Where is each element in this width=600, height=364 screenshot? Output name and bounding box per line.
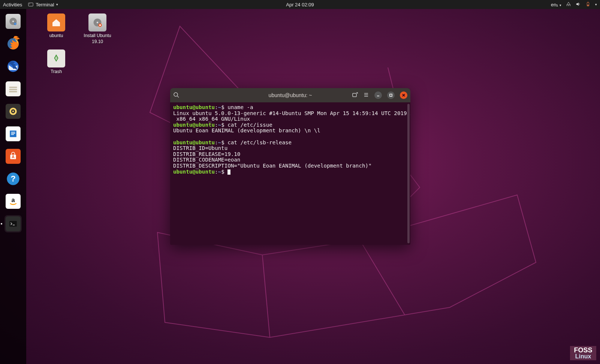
svg-rect-29 <box>390 94 392 96</box>
svg-rect-21 <box>9 221 17 226</box>
svg-rect-15 <box>10 130 16 137</box>
dock-item-software[interactable]: A <box>4 148 22 165</box>
terminal-icon <box>6 216 21 231</box>
close-button[interactable] <box>400 91 407 99</box>
terminal-cursor <box>227 169 230 175</box>
desktop-icon-label: Trash <box>37 69 75 75</box>
desktop-icon-label: Install Ubuntu 19.10 <box>79 33 116 45</box>
desktop-icon-home[interactable]: ubuntu <box>37 13 75 39</box>
svg-point-27 <box>174 93 178 96</box>
dock-item-rhythmbox[interactable] <box>4 103 22 120</box>
disks-icon <box>6 14 21 29</box>
watermark: FOSS Linux <box>570 346 596 360</box>
terminal-output: DISTRIB_DESCRIPTION="Ubuntu Eoan EANIMAL… <box>173 163 372 169</box>
hamburger-menu-icon[interactable] <box>363 92 369 99</box>
installer-icon <box>88 13 106 31</box>
ubuntu-software-icon: A <box>6 149 21 164</box>
svg-point-5 <box>12 21 14 22</box>
svg-point-23 <box>97 22 99 24</box>
terminal-output: Ubuntu Eoan EANIMAL (development branch)… <box>173 127 320 133</box>
svg-rect-3 <box>588 1 588 2</box>
svg-point-25 <box>99 24 101 26</box>
dock-item-writer[interactable] <box>4 125 22 142</box>
dock-item-amazon[interactable]: a <box>4 193 22 210</box>
home-folder-icon <box>47 13 65 31</box>
svg-text:a: a <box>11 196 15 203</box>
watermark-line1: FOSS <box>572 347 595 354</box>
svg-point-26 <box>56 58 57 58</box>
network-icon[interactable] <box>566 1 571 8</box>
top-panel: Activities Terminal ▾ Apr 24 02:09 en₁ ▾… <box>0 0 600 9</box>
dock: A ? a <box>0 9 26 364</box>
activities-button[interactable]: Activities <box>3 2 22 7</box>
clock[interactable]: Apr 24 02:09 <box>286 2 314 7</box>
svg-rect-11 <box>9 91 17 93</box>
dock-item-help[interactable]: ? <box>4 170 22 187</box>
terminal-command: cat /etc/issue <box>227 122 272 128</box>
dock-item-firefox[interactable] <box>4 35 22 52</box>
terminal-command: uname -a <box>227 104 253 110</box>
minimize-button[interactable] <box>374 91 382 99</box>
amazon-icon: a <box>6 194 21 209</box>
watermark-line2: Linux <box>572 354 595 360</box>
terminal-window: ubuntu@ubuntu: ~ ubuntu@ubuntu:~$ uname … <box>170 88 410 245</box>
battery-icon[interactable] <box>585 1 591 8</box>
svg-rect-9 <box>9 87 17 88</box>
app-menu[interactable]: Terminal ▾ <box>28 2 58 7</box>
svg-text:A: A <box>12 154 15 159</box>
firefox-icon <box>6 36 21 51</box>
window-title: ubuntu@ubuntu: ~ <box>269 92 312 98</box>
desktop-icon-label: ubuntu <box>37 33 75 39</box>
svg-point-14 <box>12 111 14 112</box>
libreoffice-writer-icon <box>6 126 21 141</box>
svg-rect-28 <box>353 93 356 97</box>
system-menu-chevron-icon[interactable]: ▾ <box>595 3 597 6</box>
app-menu-label: Terminal <box>36 2 54 7</box>
dock-item-disks[interactable] <box>4 13 22 30</box>
svg-rect-0 <box>28 3 33 6</box>
dock-item-terminal[interactable] <box>4 215 22 232</box>
scrollbar[interactable] <box>407 104 410 243</box>
new-tab-icon[interactable] <box>352 92 358 99</box>
input-source-indicator[interactable]: en₁ ▾ <box>551 2 561 7</box>
terminal-output: Linux ubuntu 5.0.0-13-generic #14-Ubuntu… <box>173 110 410 116</box>
svg-text:?: ? <box>10 174 15 183</box>
svg-rect-10 <box>9 89 17 90</box>
volume-icon[interactable] <box>576 1 581 8</box>
terminal-command: cat /etc/lsb-release <box>227 139 292 145</box>
desktop[interactable]: ubuntu Install Ubuntu 19.10 Trash ubuntu… <box>26 9 600 364</box>
desktop-icon-trash[interactable]: Trash <box>37 49 75 75</box>
terminal-output: DISTRIB_ID=Ubuntu <box>173 145 227 151</box>
maximize-button[interactable] <box>387 91 395 99</box>
rhythmbox-icon <box>6 104 21 119</box>
trash-icon <box>47 49 65 67</box>
prompt-path: ~ <box>218 104 221 110</box>
search-icon[interactable] <box>173 92 179 99</box>
window-titlebar[interactable]: ubuntu@ubuntu: ~ <box>170 88 410 102</box>
dock-item-files[interactable] <box>4 80 22 97</box>
terminal-body[interactable]: ubuntu@ubuntu:~$ uname -a Linux ubuntu 5… <box>170 102 410 245</box>
prompt-user: ubuntu@ubuntu <box>173 104 215 110</box>
thunderbird-icon <box>6 59 21 74</box>
svg-rect-2 <box>587 4 589 6</box>
desktop-icon-install[interactable]: Install Ubuntu 19.10 <box>79 13 116 45</box>
help-icon: ? <box>6 171 21 186</box>
dock-item-thunderbird[interactable] <box>4 58 22 75</box>
terminal-output: x86_64 x86_64 GNU/Linux <box>173 116 250 122</box>
chevron-down-icon: ▾ <box>56 3 58 6</box>
files-icon <box>6 81 21 96</box>
terminal-output: DISTRIB_CODENAME=eoan <box>173 157 240 163</box>
terminal-output: DISTRIB_RELEASE=19.10 <box>173 151 240 157</box>
